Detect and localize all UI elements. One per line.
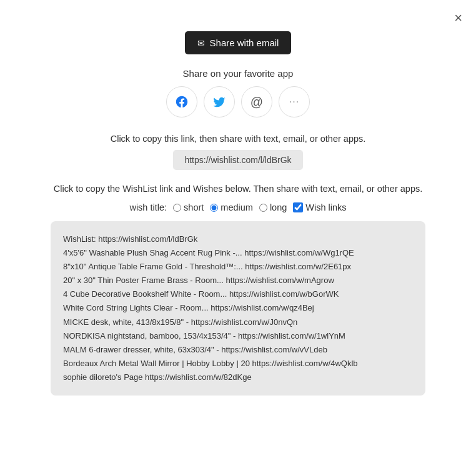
wishlist-line-7: NORDKISA nightstand, bamboo, 153/4x153/4…	[63, 329, 413, 343]
facebook-button[interactable]	[166, 86, 197, 117]
wish-links-checkbox[interactable]	[293, 202, 303, 212]
modal-container: × ✉ Share with email Share on your favor…	[0, 0, 476, 463]
radio-long[interactable]	[259, 204, 267, 212]
more-icon: ···	[289, 96, 299, 107]
copy-link-box[interactable]: https://wishlist.com/l/ldBrGk	[173, 150, 302, 170]
twitter-icon	[212, 95, 226, 109]
facebook-icon	[175, 95, 189, 109]
share-email-label: Share with email	[210, 37, 279, 48]
close-button[interactable]: ×	[454, 11, 462, 25]
radio-medium[interactable]	[210, 204, 218, 212]
radio-medium-text: medium	[221, 202, 253, 212]
share-on-app-label: Share on your favorite app	[183, 68, 294, 79]
radio-long-text: long	[270, 202, 287, 212]
copy-link-text: Click to copy this link, then share with…	[111, 134, 366, 144]
copy-wishes-text: Click to copy the WishList link and Wish…	[54, 184, 422, 194]
radio-short-label[interactable]: short	[173, 202, 204, 212]
radio-medium-label[interactable]: medium	[210, 202, 253, 212]
wishlist-line-6: MICKE desk, white, 413/8x195/8" - https:…	[63, 316, 413, 329]
wishlist-line-2: 8"x10" Antique Table Frame Gold - Thresh…	[63, 260, 413, 274]
envelope-icon: ✉	[197, 38, 205, 48]
wishlist-line-5: White Cord String Lights Clear - Room...…	[63, 301, 413, 315]
wishlist-text-box[interactable]: WishList: https://wishlist.com/l/ldBrGk …	[51, 221, 425, 396]
wishlist-line-9: Bordeaux Arch Metal Wall Mirror | Hobby …	[63, 357, 413, 371]
wish-links-checkbox-label[interactable]: Wish links	[293, 202, 346, 212]
radio-short[interactable]	[173, 204, 181, 212]
at-icon: @	[250, 95, 263, 109]
wishlist-line-4: 4 Cube Decorative Bookshelf White - Room…	[63, 287, 413, 301]
wishlist-line-3: 20" x 30" Thin Poster Frame Brass - Room…	[63, 274, 413, 287]
wish-title-row: wish title: short medium long Wish links	[129, 202, 346, 212]
twitter-button[interactable]	[204, 86, 235, 117]
wish-links-text: Wish links	[305, 202, 346, 212]
share-email-button[interactable]: ✉ Share with email	[185, 31, 292, 54]
wish-title-label: wish title:	[129, 202, 167, 212]
radio-long-label[interactable]: long	[259, 202, 287, 212]
social-icons-row: @ ···	[166, 86, 310, 117]
at-button[interactable]: @	[241, 86, 272, 117]
wishlist-line-1: 4'x5'6" Washable Plush Shag Accent Rug P…	[63, 246, 413, 260]
wishlist-line-10: sophie diloreto's Page https://wishlist.…	[63, 371, 413, 384]
wishlist-line-0: WishList: https://wishlist.com/l/ldBrGk	[63, 232, 413, 246]
radio-short-text: short	[184, 202, 204, 212]
more-button[interactable]: ···	[279, 86, 310, 117]
wishlist-line-8: MALM 6-drawer dresser, white, 63x303/4" …	[63, 343, 413, 357]
